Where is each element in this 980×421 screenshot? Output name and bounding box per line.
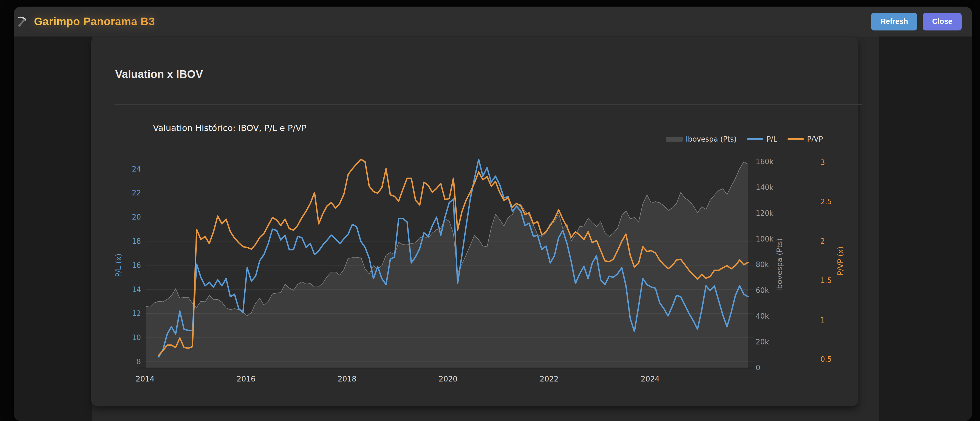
ibovespa-tick-label: 0 [756, 364, 760, 372]
x-axis: 201420162018202020222024 [136, 375, 660, 383]
x-tick-label: 2022 [539, 375, 558, 383]
pl-tick-label: 24 [132, 165, 141, 173]
ibovespa-tick-label: 40k [756, 312, 769, 320]
pvp-tick-label: 2.5 [821, 198, 832, 206]
ibovespa-tick-label: 100k [756, 235, 773, 243]
ibovespa-tick-label: 60k [756, 286, 769, 295]
pl-axis: 81012141618202224P/L (x) [114, 165, 141, 366]
pl-tick-label: 10 [132, 333, 141, 342]
ibovespa-axis: 020k40k60k80k100k120k140k160kIbovespa (P… [756, 158, 784, 372]
pl-tick-label: 14 [132, 285, 141, 293]
pvp-tick-label: 1 [821, 316, 825, 324]
pvp-axis: 0.511.522.53P/VP (x) [821, 158, 845, 364]
x-tick-label: 2018 [337, 375, 356, 383]
pl-tick-label: 22 [132, 189, 141, 197]
pl-tick-label: 12 [132, 309, 141, 317]
pl-axis-name: P/L (x) [114, 254, 123, 277]
ibovespa-tick-label: 20k [756, 338, 769, 346]
ibovespa-tick-label: 80k [756, 260, 769, 269]
ibovespa-tick-label: 160k [756, 158, 773, 166]
pl-tick-label: 20 [132, 213, 141, 221]
pvp-axis-name: P/VP (x) [836, 246, 845, 276]
x-tick-label: 2016 [237, 375, 256, 383]
x-tick-label: 2024 [641, 375, 660, 383]
valuation-chart[interactable]: 81012141618202224P/L (x)020k40k60k80k100… [0, 0, 980, 421]
pvp-tick-label: 1.5 [821, 276, 832, 285]
x-tick-label: 2014 [136, 375, 155, 383]
x-tick-label: 2020 [439, 375, 458, 383]
pvp-tick-label: 2 [821, 237, 825, 246]
pvp-tick-label: 3 [821, 158, 825, 167]
ibovespa-tick-label: 120k [756, 209, 773, 217]
ibovespa-axis-name: Ibovespa (Pts) [775, 238, 784, 291]
pl-tick-label: 8 [136, 357, 141, 366]
pl-tick-label: 18 [132, 237, 141, 246]
pl-tick-label: 16 [132, 261, 141, 270]
pvp-tick-label: 0.5 [821, 355, 832, 364]
ibovespa-tick-label: 140k [756, 183, 773, 191]
ibovespa-area-fill [146, 162, 748, 368]
